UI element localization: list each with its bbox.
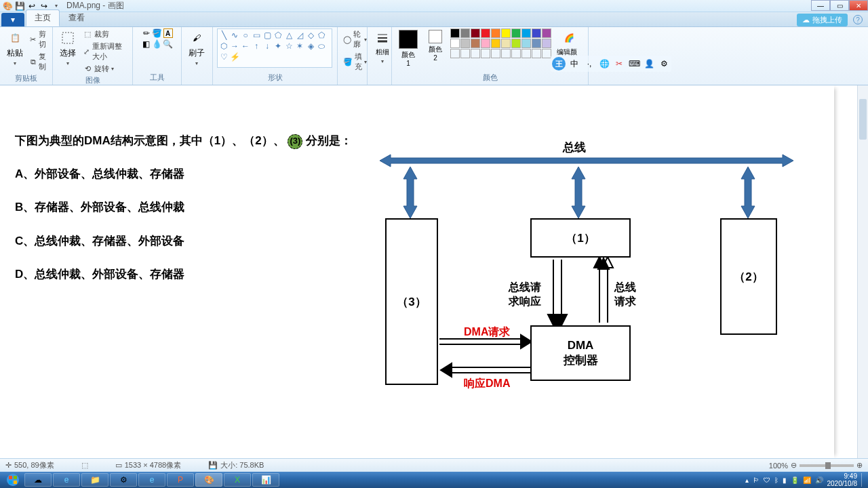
float-keyboard-icon[interactable]: ⌨ [628, 58, 640, 70]
task-excel[interactable]: X [224, 473, 251, 487]
home-tab[interactable]: 主页 [26, 9, 60, 26]
brush-button[interactable]: 🖌刷子▾ [186, 28, 208, 68]
rect-shape[interactable]: ▭ [252, 30, 261, 40]
float-gear-icon[interactable]: ⚙ [658, 58, 670, 70]
tray-wifi-icon[interactable]: 📶 [803, 476, 811, 484]
paste-button[interactable]: 📋 粘贴 ▾ [4, 28, 26, 68]
tray-security-icon[interactable]: 🛡 [764, 476, 770, 484]
line-shape[interactable]: ╲ [219, 30, 229, 40]
color2-button[interactable]: 颜色 2 [423, 28, 448, 63]
tray-volume-icon[interactable]: 🔊 [815, 476, 823, 484]
thickness-label: 粗细 [376, 47, 389, 57]
select-button[interactable]: 选择 ▾ [57, 28, 79, 68]
text-icon[interactable]: A [163, 28, 173, 38]
outline-button[interactable]: ◯轮廓▾ [342, 28, 368, 50]
vertical-scrollbar[interactable] [857, 85, 868, 458]
arrow-r-shape[interactable]: → [230, 41, 239, 51]
task-ppt[interactable]: P [167, 473, 194, 487]
dmac-label1: DMA [568, 339, 594, 352]
cut-button[interactable]: ✂剪切 [28, 28, 50, 50]
float-chinese-icon[interactable]: 中 [568, 58, 580, 70]
tray-flag-icon[interactable]: 🏳 [753, 476, 760, 484]
picker-icon[interactable]: 💧 [153, 39, 162, 49]
close-button[interactable]: ✕ [849, 0, 868, 11]
oval-shape[interactable]: ○ [241, 30, 250, 40]
triangle-shape[interactable]: △ [284, 30, 294, 40]
shapes-gallery[interactable]: ╲∿○▭▢⬠△◿ ◇⬠⬡→←↑↓✦ ☆✶◈⬭♡⚡ [217, 28, 332, 68]
zoom-in-button[interactable]: ⊕ [856, 461, 863, 470]
svg-point-22 [7, 474, 19, 486]
start-button[interactable] [3, 472, 23, 487]
color1-button[interactable]: 颜色 1 [396, 28, 420, 68]
zoom-slider[interactable] [800, 464, 854, 467]
star5-shape[interactable]: ☆ [284, 41, 294, 51]
copy-button[interactable]: ⧉复制 [28, 51, 50, 73]
fill-label: 填充 [355, 52, 362, 72]
tray-clock[interactable]: 9:492020/10/8 [827, 472, 858, 487]
fill-button[interactable]: 🪣填充▾ [342, 51, 368, 73]
callout2-shape[interactable]: ⬭ [317, 41, 326, 51]
magnify-icon[interactable]: 🔍 [163, 39, 173, 49]
task-baidu[interactable]: ☁ [24, 473, 52, 487]
pentagon-shape[interactable]: ⬠ [317, 30, 326, 40]
thickness-button[interactable]: 粗细▾ [372, 28, 393, 66]
resize-button[interactable]: ⤢重新调整大小 [81, 41, 128, 62]
brush-group: 🖌刷子▾ [182, 27, 213, 85]
task-edge[interactable]: e [138, 473, 165, 487]
show-desktop[interactable] [861, 473, 865, 487]
thickness-group: 粗细▾ [368, 27, 392, 85]
fill-icon[interactable]: 🪣 [153, 28, 162, 38]
star6-shape[interactable]: ✶ [295, 41, 304, 51]
svg-marker-5 [403, 167, 417, 218]
arrow-u-shape[interactable]: ↑ [252, 41, 261, 51]
arrow-l-shape[interactable]: ← [241, 41, 250, 51]
zoom-out-button[interactable]: ⊖ [791, 461, 797, 470]
diamond-shape[interactable]: ◇ [306, 30, 315, 40]
hexagon-shape[interactable]: ⬡ [219, 41, 229, 51]
tray-up-icon[interactable]: ▴ [745, 476, 749, 484]
rotate-button[interactable]: ⟲旋转▾ [81, 63, 128, 75]
wang-badge-icon[interactable]: 王 [552, 57, 566, 70]
task-explorer[interactable]: 📁 [81, 473, 108, 487]
rtriangle-shape[interactable]: ◿ [295, 30, 304, 40]
tray-bar-icon[interactable]: ▮ [783, 476, 787, 484]
roundrect-shape[interactable]: ▢ [262, 30, 272, 40]
crop-label: 裁剪 [94, 29, 109, 39]
arrow-d-shape[interactable]: ↓ [262, 41, 272, 51]
task-app1[interactable]: ⚙ [110, 473, 137, 487]
task-ie[interactable]: e [53, 473, 80, 487]
scroll-thumb[interactable] [859, 99, 867, 140]
lightning-shape[interactable]: ⚡ [230, 52, 239, 62]
maximize-button[interactable]: ▭ [830, 0, 849, 11]
zoom-slider-thumb[interactable] [825, 462, 831, 469]
tray-bluetooth-icon[interactable]: ᛒ [774, 476, 778, 484]
float-cut-icon[interactable]: ✂ [613, 58, 625, 70]
float-user-icon[interactable]: 👤 [643, 58, 655, 70]
box-2: （2） [720, 218, 777, 335]
minimize-button[interactable]: — [811, 0, 830, 11]
eraser-icon[interactable]: ◧ [142, 39, 151, 49]
heart-shape[interactable]: ♡ [219, 52, 229, 62]
callout-shape[interactable]: ◈ [306, 41, 315, 51]
canvas-area[interactable]: 下图为典型的DMA结构示意图，其中（1）、（2）、 (3) 分别是： A、外部设… [0, 85, 868, 458]
file-tab[interactable]: ▾ [1, 13, 24, 26]
pencil-icon[interactable]: ✏ [142, 28, 151, 38]
canvas-page[interactable]: 下图为典型的DMA结构示意图，其中（1）、（2）、 (3) 分别是： A、外部设… [0, 85, 834, 458]
file-size: 大小: 75.8KB [220, 460, 264, 470]
view-tab[interactable]: 查看 [60, 9, 94, 26]
float-full-icon[interactable]: ·, [583, 58, 595, 70]
save-icon[interactable]: 💾 [15, 1, 24, 11]
crop-button[interactable]: ⬚裁剪 [81, 28, 128, 40]
tray-battery-icon[interactable]: 🔋 [791, 476, 799, 484]
task-app2[interactable]: 📊 [252, 473, 279, 487]
task-paint[interactable]: 🎨 [195, 473, 222, 487]
float-globe-icon[interactable]: 🌐 [598, 58, 610, 70]
star4-shape[interactable]: ✦ [273, 41, 283, 51]
curve-shape[interactable]: ∿ [230, 30, 239, 40]
help-button[interactable]: ? [853, 15, 863, 24]
polygon-shape[interactable]: ⬠ [273, 30, 283, 40]
dma-req-label: DMA请求 [464, 325, 510, 340]
window-controls: — ▭ ✕ [811, 0, 868, 11]
cloud-upload-button[interactable]: ☁拖拽上传 [797, 14, 848, 26]
color-palette[interactable] [450, 28, 551, 58]
